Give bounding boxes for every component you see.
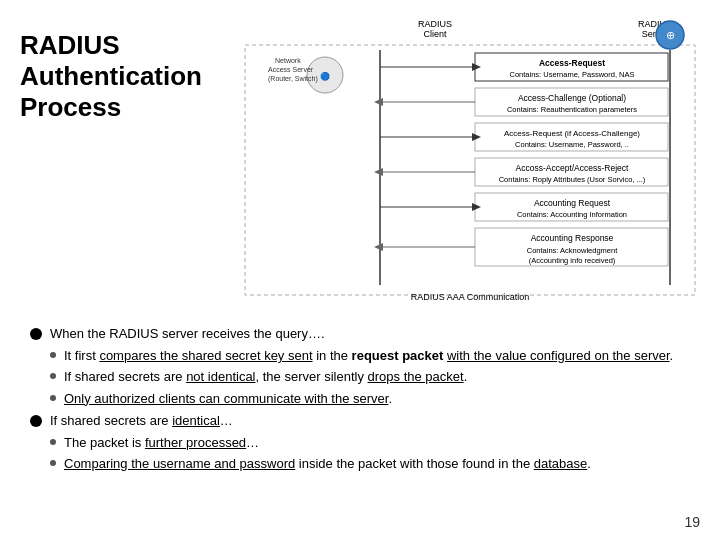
- radius-diagram: RADIUS Client RADIUS Server 🔵 Network Ac…: [240, 10, 700, 320]
- sub-dot: [50, 439, 56, 445]
- sub-dot: [50, 373, 56, 379]
- svg-text:Client: Client: [423, 29, 447, 39]
- svg-marker-24: [374, 98, 383, 106]
- bullet-main-2: If shared secrets are identical…: [30, 412, 690, 430]
- svg-text:Contains: Username, Password, : Contains: Username, Password, NAS: [509, 70, 634, 79]
- title-area: RADIUS Authentication Process: [20, 10, 240, 124]
- svg-text:Access Server: Access Server: [268, 66, 314, 73]
- svg-text:Accounting Response: Accounting Response: [531, 233, 614, 243]
- bottom-content: When the RADIUS server receives the quer…: [20, 325, 700, 473]
- svg-text:⊕: ⊕: [666, 29, 675, 41]
- bullet-text-1: When the RADIUS server receives the quer…: [50, 325, 325, 343]
- bullet-dot-1: [30, 328, 42, 340]
- svg-text:Access-Request: Access-Request: [539, 58, 605, 68]
- sub-list-2: The packet is further processed… Compari…: [50, 434, 690, 473]
- svg-text:Network: Network: [275, 57, 301, 64]
- svg-text:(Router, Switch): (Router, Switch): [268, 75, 318, 83]
- sub-dot: [50, 395, 56, 401]
- svg-text:Contains: Roply Attributes (Us: Contains: Roply Attributes (Usor Sorvico…: [499, 175, 646, 184]
- svg-text:Accoss-Accept/Access-Reject: Accoss-Accept/Access-Reject: [516, 163, 630, 173]
- sub-dot: [50, 460, 56, 466]
- sub-item-2-1: The packet is further processed…: [50, 434, 690, 452]
- sub-list-1: It first compares the shared secret key …: [50, 347, 690, 408]
- svg-text:Contains: Reauthentication par: Contains: Reauthentication parameters: [507, 105, 637, 114]
- svg-text:🔵: 🔵: [320, 71, 330, 81]
- bullet-text-2: If shared secrets are identical…: [50, 412, 233, 430]
- svg-text:RADIUS: RADIUS: [418, 19, 452, 29]
- sub-item-2-2: Comparing the username and password insi…: [50, 455, 690, 473]
- svg-text:Contains: Acknowledgment: Contains: Acknowledgment: [527, 246, 618, 255]
- sub-item-1-3: Only authorized clients can communicate …: [50, 390, 690, 408]
- slide-title: RADIUS Authentication Process: [20, 30, 240, 124]
- sub-item-1-1: It first compares the shared secret key …: [50, 347, 690, 365]
- diagram-area: RADIUS Client RADIUS Server 🔵 Network Ac…: [240, 10, 700, 320]
- svg-text:Contains: Accounting Informati: Contains: Accounting Information: [517, 210, 627, 219]
- sub-item-1-2: If shared secrets are not identical, the…: [50, 368, 690, 386]
- svg-text:(Accounting info received): (Accounting info received): [529, 256, 616, 265]
- svg-text:Contains: Username, Password, : Contains: Username, Password, ..: [515, 140, 629, 149]
- svg-text:Access-Challenge (Optional): Access-Challenge (Optional): [518, 93, 626, 103]
- bullet-main-1: When the RADIUS server receives the quer…: [30, 325, 690, 343]
- svg-text:RADIUS AAA Communication: RADIUS AAA Communication: [411, 292, 530, 302]
- svg-text:Access-Request (if Access-Chal: Access-Request (if Access-Challenge): [504, 129, 640, 138]
- top-section: RADIUS Authentication Process RADIUS Cli…: [20, 10, 700, 320]
- slide-number: 19: [684, 514, 700, 530]
- svg-text:Accounting Request: Accounting Request: [534, 198, 611, 208]
- sub-dot: [50, 352, 56, 358]
- svg-marker-45: [374, 243, 383, 251]
- svg-marker-34: [374, 168, 383, 176]
- bullet-dot-2: [30, 415, 42, 427]
- slide: RADIUS Authentication Process RADIUS Cli…: [0, 0, 720, 540]
